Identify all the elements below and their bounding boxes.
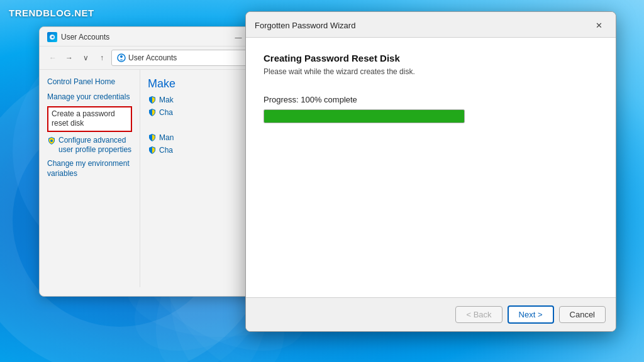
- svg-point-8: [120, 55, 123, 58]
- environment-variables-link[interactable]: Change my environment variables: [47, 159, 132, 178]
- main-link-2-text: Cha: [159, 108, 173, 117]
- sidebar-section-title: Control Panel Home: [47, 77, 132, 86]
- address-icon: [117, 53, 126, 62]
- progress-bar-container: [264, 109, 465, 123]
- shield-icon-3: [148, 133, 157, 142]
- sidebar: Control Panel Home Manage your credentia…: [40, 70, 140, 287]
- configure-profile-text: Configure advanced user profile properti…: [58, 136, 132, 155]
- progress-bar-fill: [264, 110, 464, 123]
- address-text: User Accounts: [128, 53, 177, 62]
- modal-footer: < Back Next > Cancel: [246, 297, 616, 331]
- forgotten-password-wizard-dialog: Forgotten Password Wizard ✕ Creating Pas…: [245, 11, 616, 332]
- back-button[interactable]: < Back: [455, 306, 502, 323]
- cancel-button[interactable]: Cancel: [559, 306, 606, 323]
- modal-heading: Creating Password Reset Disk: [264, 53, 598, 63]
- window-title: User Accounts: [61, 33, 109, 41]
- forward-button[interactable]: →: [62, 51, 76, 65]
- configure-profile-link[interactable]: Configure advanced user profile properti…: [47, 136, 132, 155]
- next-button[interactable]: Next >: [508, 305, 554, 324]
- progress-label: Progress: 100% complete: [264, 95, 598, 104]
- create-password-reset-disk-link[interactable]: Create a password reset disk: [47, 106, 132, 132]
- modal-close-button[interactable]: ✕: [591, 18, 607, 32]
- main-link-3-text: Man: [159, 133, 174, 142]
- main-link-4-text: Cha: [159, 146, 173, 155]
- progress-section: Progress: 100% complete: [264, 95, 598, 123]
- watermark: TRENDBLOG.NET: [9, 8, 94, 18]
- modal-subtext: Please wait while the wizard creates the…: [264, 67, 598, 76]
- up-button[interactable]: ↑: [95, 51, 109, 65]
- minimize-button[interactable]: —: [230, 31, 247, 43]
- svg-point-9: [50, 140, 53, 142]
- shield-icon-2: [148, 108, 157, 117]
- shield-icon-4: [148, 146, 157, 155]
- main-link-1-text: Mak: [159, 96, 174, 104]
- back-button[interactable]: ←: [46, 51, 60, 65]
- modal-title: Forgotten Password Wizard: [255, 21, 355, 30]
- dropdown-button[interactable]: ∨: [79, 51, 92, 65]
- shield-icon-configure: [47, 136, 56, 145]
- shield-icon-1: [148, 96, 157, 104]
- manage-credentials-link[interactable]: Manage your credentials: [47, 92, 132, 102]
- modal-body: Creating Password Reset Disk Please wait…: [246, 38, 616, 297]
- titlebar-icon: [47, 32, 57, 42]
- modal-titlebar: Forgotten Password Wizard ✕: [246, 12, 616, 38]
